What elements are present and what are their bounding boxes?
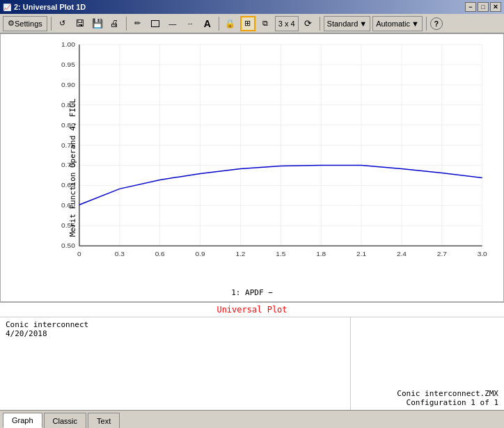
svg-text:0.95: 0.95: [61, 61, 75, 68]
svg-text:1.5: 1.5: [276, 250, 286, 257]
tab-classic[interactable]: Classic: [44, 413, 86, 428]
svg-text:0.75: 0.75: [61, 141, 75, 149]
info-line1: Conic interconnect: [6, 320, 345, 329]
save-icon: 🖫: [75, 18, 84, 29]
text-button[interactable]: A: [200, 16, 215, 31]
toolbar: ⚙ Settings ↺ 🖫 💾 🖨 ✏ — - - A 🔒 ⊞ ⧉ 3 x 4…: [0, 14, 504, 33]
refresh-button[interactable]: ↺: [55, 16, 70, 31]
info-panel: Universal Plot Conic interconnect 4/20/2…: [0, 302, 504, 410]
svg-text:1.2: 1.2: [235, 250, 246, 257]
pencil-icon: ✏: [134, 19, 141, 28]
line-button[interactable]: —: [165, 16, 180, 31]
info-right: Conic interconnect.ZMX Configuration 1 o…: [351, 317, 504, 410]
reload-button[interactable]: ⟳: [301, 16, 316, 31]
tab-graph-label: Graph: [12, 416, 33, 425]
refresh-icon: ↺: [59, 19, 65, 28]
dash-button[interactable]: - -: [182, 16, 198, 31]
svg-text:3.0: 3.0: [478, 250, 488, 257]
window-icon: 📈: [3, 3, 11, 11]
svg-text:2.1: 2.1: [356, 250, 367, 257]
svg-text:0.65: 0.65: [61, 181, 75, 189]
save2-icon: 💾: [92, 18, 103, 29]
sep5: [426, 17, 427, 31]
standard-arrow: ▼: [359, 19, 367, 28]
settings-label: Settings: [15, 19, 42, 28]
main-content: Merit Function Operand 4, FICL 1: APDF −: [0, 33, 504, 428]
automatic-arrow: ▼: [411, 19, 419, 28]
svg-text:0: 0: [77, 250, 81, 257]
svg-text:0.85: 0.85: [61, 101, 75, 109]
lock-button[interactable]: 🔒: [223, 16, 238, 31]
tab-text[interactable]: Text: [88, 413, 120, 428]
standard-label: Standard: [327, 19, 359, 28]
print-icon: 🖨: [110, 18, 119, 29]
svg-text:0.90: 0.90: [61, 81, 75, 88]
info-right-line1: Conic interconnect.ZMX: [397, 389, 498, 398]
info-right-line2: Configuration 1 of 1: [407, 398, 498, 407]
print-button[interactable]: 🖨: [107, 16, 123, 31]
copy-icon: ⧉: [262, 19, 268, 28]
grid-size-label: 3 x 4: [278, 19, 295, 28]
sep3: [219, 17, 219, 31]
line-icon: —: [168, 19, 176, 28]
automatic-label: Automatic: [376, 19, 410, 28]
sep1: [51, 17, 52, 31]
sep2: [126, 17, 127, 31]
title-bar: 📈 2: Universal Plot 1D − □ ✕: [0, 0, 504, 14]
help-icon: ?: [434, 19, 439, 28]
window-title: 2: Universal Plot 1D: [14, 3, 86, 11]
info-line2: 4/20/2018: [6, 329, 345, 338]
svg-text:0.9: 0.9: [196, 250, 206, 257]
minimize-button[interactable]: −: [465, 2, 476, 12]
svg-text:0.70: 0.70: [61, 161, 75, 169]
sep4: [320, 17, 320, 31]
help-button[interactable]: ?: [430, 17, 443, 30]
title-bar-controls: − □ ✕: [465, 2, 501, 12]
svg-text:0.60: 0.60: [61, 201, 75, 209]
copy-button[interactable]: ⧉: [258, 16, 273, 31]
maximize-button[interactable]: □: [478, 2, 489, 12]
chart-svg: 1.00 0.95 0.90 0.85 0.80 0.75 0.70 0.65 …: [37, 38, 496, 280]
lock-icon: 🔒: [225, 19, 235, 29]
grid-size-button[interactable]: 3 x 4: [275, 16, 299, 31]
tab-bar: Graph Classic Text: [0, 410, 504, 428]
save-button[interactable]: 🖫: [72, 16, 88, 31]
tab-graph[interactable]: Graph: [3, 413, 42, 428]
info-body: Conic interconnect 4/20/2018 Conic inter…: [0, 317, 504, 410]
svg-text:0.55: 0.55: [61, 221, 75, 229]
grid-icon: ⊞: [244, 19, 251, 28]
grid-button[interactable]: ⊞: [240, 16, 255, 31]
plot-container: Merit Function Operand 4, FICL 1: APDF −: [0, 33, 504, 302]
automatic-dropdown[interactable]: Automatic ▼: [372, 16, 423, 31]
svg-text:0.80: 0.80: [61, 121, 75, 129]
save2-button[interactable]: 💾: [90, 16, 105, 31]
tab-classic-label: Classic: [53, 417, 77, 425]
info-title: Universal Plot: [0, 303, 504, 317]
settings-icon: ⚙: [8, 19, 15, 28]
info-left: Conic interconnect 4/20/2018: [0, 317, 351, 410]
rect-button[interactable]: [148, 16, 163, 31]
pencil-button[interactable]: ✏: [130, 16, 145, 31]
close-button[interactable]: ✕: [490, 2, 501, 12]
svg-text:2.4: 2.4: [397, 250, 407, 257]
svg-text:1.8: 1.8: [316, 250, 326, 257]
svg-text:0.50: 0.50: [61, 241, 75, 249]
dash-icon: - -: [188, 20, 192, 27]
text-icon: A: [204, 18, 211, 29]
x-axis-label: 1: APDF −: [231, 288, 273, 297]
svg-text:0.3: 0.3: [115, 250, 125, 257]
title-bar-left: 📈 2: Universal Plot 1D: [3, 3, 86, 11]
tab-text-label: Text: [97, 417, 111, 425]
svg-text:1.00: 1.00: [61, 40, 75, 48]
settings-button[interactable]: ⚙ Settings: [3, 16, 47, 31]
svg-text:0.6: 0.6: [155, 250, 166, 257]
svg-text:2.7: 2.7: [437, 250, 448, 257]
rect-icon: [151, 20, 159, 27]
reload-icon: ⟳: [304, 18, 312, 29]
standard-dropdown[interactable]: Standard ▼: [324, 16, 371, 31]
